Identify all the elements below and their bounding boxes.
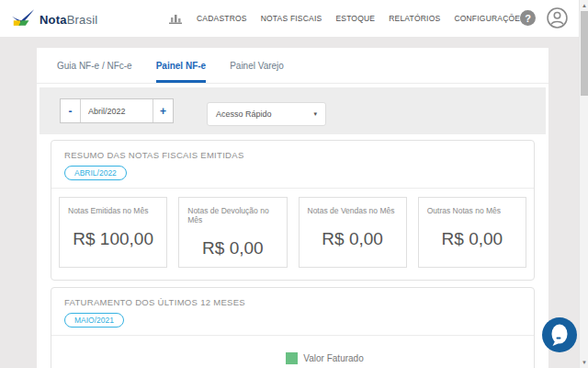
stat-card-notas-vendas: Notas de Vendas no Mês R$ 0,00 <box>299 197 407 268</box>
main-content-panel: Guia NF-e / NFc-e Painel NF-e Painel Var… <box>37 48 548 368</box>
tab-painel-nfe[interactable]: Painel NF-e <box>156 48 206 83</box>
legend-color-swatch <box>286 352 298 364</box>
brand-name: NotaBrasil <box>40 13 97 27</box>
notabrasil-logo-icon <box>11 8 35 31</box>
vertical-scrollbar[interactable]: ▲ ▼ <box>579 0 588 368</box>
summary-section: RESUMO DAS NOTAS FISCAIS EMITIDAS ABRIL/… <box>51 140 535 281</box>
stat-value: R$ 0,00 <box>308 229 398 249</box>
stat-card-notas-devolucao: Notas de Devolução no Mês R$ 0,00 <box>178 197 287 268</box>
tab-guia-nfe-nfce[interactable]: Guia NF-e / NFc-e <box>57 48 132 83</box>
stat-card-notas-emitidas: Notas Emitidas no Mês R$ 100,00 <box>59 197 167 268</box>
filter-toolbar: - + Acesso Rápido ▾ <box>40 87 546 134</box>
nav-item-relatorios[interactable]: RELATÓRIOS <box>389 14 440 23</box>
stat-label: Notas Emitidas no Mês <box>68 206 158 215</box>
billing-month-badge: MAIO/2021 <box>64 313 124 328</box>
summary-title: RESUMO DAS NOTAS FISCAIS EMITIDAS <box>64 150 521 160</box>
brand-logo[interactable]: NotaBrasil <box>11 8 97 31</box>
scrollbar-thumb[interactable] <box>581 11 588 96</box>
quick-access-label: Acesso Rápido <box>216 109 313 119</box>
stat-label: Notas de Vendas no Mês <box>308 206 398 215</box>
billing-title: FATURAMENTO DOS ÚLTIMOS 12 MESES <box>64 297 521 307</box>
stat-value: R$ 0,00 <box>427 229 517 249</box>
nav-item-estoque[interactable]: ESTOQUE <box>335 14 375 23</box>
summary-month-badge: ABRIL/2022 <box>64 166 127 180</box>
scrollbar-up-icon[interactable]: ▲ <box>580 1 588 10</box>
app-viewport: NotaBrasil CADASTROS NOTAS FISCAIS ESTOQ… <box>0 0 588 368</box>
billing-section: FATURAMENTO DOS ÚLTIMOS 12 MESES MAIO/20… <box>51 287 535 368</box>
stat-value: R$ 100,00 <box>68 229 158 249</box>
stat-label: Outras Notas no Mês <box>427 206 517 215</box>
month-decrement-button[interactable]: - <box>61 99 80 122</box>
quick-access-select[interactable]: Acesso Rápido ▾ <box>207 102 326 126</box>
top-navigation: CADASTROS NOTAS FISCAIS ESTOQUE RELATÓRI… <box>168 0 526 37</box>
chart-legend: Valor Faturado <box>51 352 534 364</box>
stat-label: Notas de Devolução no Mês <box>187 206 277 224</box>
summary-header: RESUMO DAS NOTAS FISCAIS EMITIDAS ABRIL/… <box>51 141 534 189</box>
chat-bubble-icon[interactable] <box>542 317 577 352</box>
month-input[interactable] <box>80 99 153 122</box>
panel-tabs: Guia NF-e / NFc-e Painel NF-e Painel Var… <box>37 48 548 84</box>
user-avatar-icon[interactable] <box>547 7 568 32</box>
summary-cards-row: Notas Emitidas no Mês R$ 100,00 Notas de… <box>51 189 534 276</box>
nav-item-notas-fiscais[interactable]: NOTAS FISCAIS <box>261 14 322 23</box>
bar-chart-icon[interactable] <box>168 12 183 25</box>
billing-header: FATURAMENTO DOS ÚLTIMOS 12 MESES MAIO/20… <box>51 288 534 336</box>
nav-item-cadastros[interactable]: CADASTROS <box>197 14 247 23</box>
stat-card-outras-notas: Outras Notas no Mês R$ 0,00 <box>418 197 526 268</box>
help-icon[interactable]: ? <box>520 10 536 26</box>
top-header-bar: NotaBrasil CADASTROS NOTAS FISCAIS ESTOQ… <box>0 0 579 37</box>
month-increment-button[interactable]: + <box>153 99 173 122</box>
scrollbar-down-icon[interactable]: ▼ <box>580 358 588 367</box>
tab-painel-varejo[interactable]: Painel Varejo <box>230 48 284 83</box>
stat-value: R$ 0,00 <box>187 238 277 259</box>
month-stepper: - + <box>60 98 174 123</box>
caret-down-icon: ▾ <box>313 110 317 118</box>
legend-label: Valor Faturado <box>303 353 363 363</box>
nav-item-configuracoes[interactable]: CONFIGURAÇÕES <box>454 14 526 23</box>
